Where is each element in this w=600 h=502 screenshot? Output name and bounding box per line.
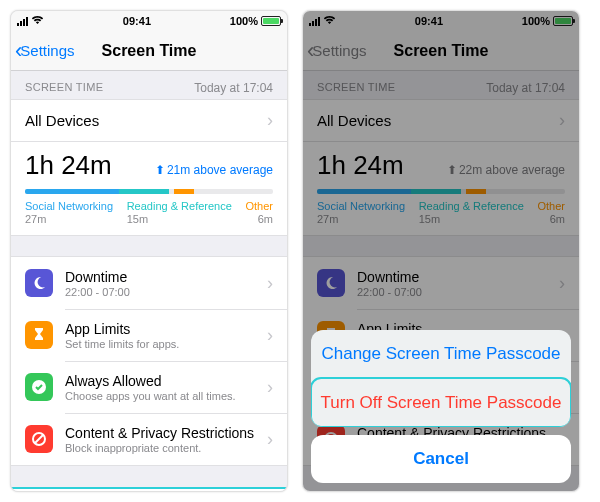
nosign-icon xyxy=(25,425,53,453)
hourglass-icon xyxy=(25,321,53,349)
check-icon xyxy=(25,373,53,401)
phone-right: 09:41 100% ‹ Settings Screen Time SCREEN… xyxy=(302,10,580,492)
chevron-right-icon: › xyxy=(267,325,273,346)
sheet-cancel[interactable]: Cancel xyxy=(311,435,571,483)
all-devices-row[interactable]: All Devices › xyxy=(11,99,287,142)
back-label: Settings xyxy=(20,42,74,59)
phone-left: 09:41 100% ‹ Settings Screen Time SCREEN… xyxy=(10,10,288,492)
sheet-turn-off-passcode[interactable]: Turn Off Screen Time Passcode xyxy=(311,378,571,427)
chevron-right-icon: › xyxy=(267,377,273,398)
signal-icon xyxy=(17,17,28,26)
status-bar: 09:41 100% xyxy=(11,11,287,31)
category-breakdown: Social Networking27m Reading & Reference… xyxy=(25,200,273,225)
status-time: 09:41 xyxy=(123,15,151,27)
nav-bar: ‹ Settings Screen Time xyxy=(11,31,287,71)
back-button[interactable]: ‹ Settings xyxy=(15,40,75,62)
above-average: ⬆ 21m above average xyxy=(155,163,273,177)
section-label: SCREEN TIME xyxy=(25,81,103,95)
action-sheet: Change Screen Time Passcode Turn Off Scr… xyxy=(311,330,571,483)
total-time: 1h 24m xyxy=(25,150,112,181)
arrow-up-icon: ⬆ xyxy=(155,163,165,177)
battery-icon xyxy=(261,16,281,26)
battery-pct: 100% xyxy=(230,15,258,27)
chevron-right-icon: › xyxy=(267,429,273,450)
sheet-change-passcode[interactable]: Change Screen Time Passcode xyxy=(311,330,571,378)
all-devices-label: All Devices xyxy=(25,112,99,129)
usage-bar xyxy=(25,189,273,194)
content-privacy-row[interactable]: Content & Privacy RestrictionsBlock inap… xyxy=(11,413,287,465)
svg-line-2 xyxy=(35,435,43,443)
chevron-right-icon: › xyxy=(267,273,273,294)
chevron-right-icon: › xyxy=(267,110,273,131)
usage-summary[interactable]: 1h 24m ⬆ 21m above average Social Networ… xyxy=(11,142,287,236)
downtime-row[interactable]: Downtime22:00 - 07:00 › xyxy=(11,257,287,309)
options-group: Downtime22:00 - 07:00 › App LimitsSet ti… xyxy=(11,256,287,466)
app-limits-row[interactable]: App LimitsSet time limits for apps. › xyxy=(11,309,287,361)
section-header: SCREEN TIME Today at 17:04 xyxy=(11,71,287,99)
moon-icon xyxy=(25,269,53,297)
wifi-icon xyxy=(31,15,44,27)
section-timestamp: Today at 17:04 xyxy=(194,81,273,95)
change-passcode-button[interactable]: Change Screen Time Passcode xyxy=(11,488,287,492)
always-allowed-row[interactable]: Always AllowedChoose apps you want at al… xyxy=(11,361,287,413)
page-title: Screen Time xyxy=(102,42,197,60)
content-scroll[interactable]: SCREEN TIME Today at 17:04 All Devices ›… xyxy=(11,71,287,492)
